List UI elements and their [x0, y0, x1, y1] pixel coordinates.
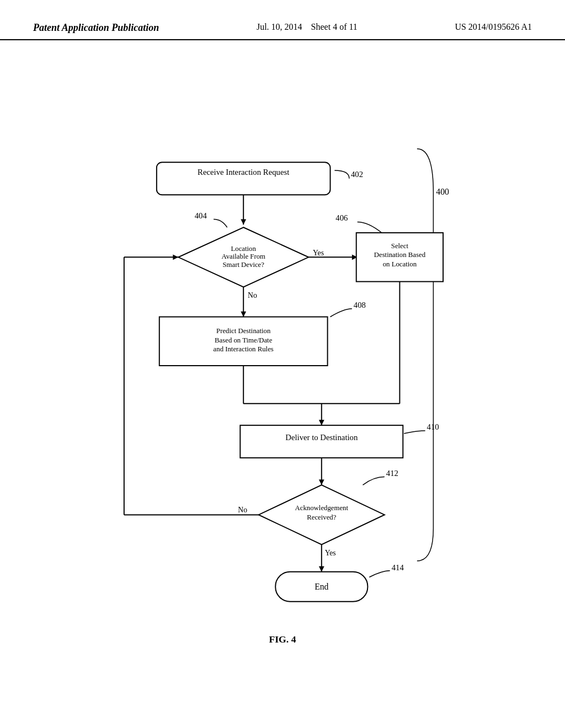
figure-label: FIG. 4: [269, 634, 296, 645]
no-label-2: No: [238, 506, 247, 514]
page-header: Patent Application Publication Jul. 10, …: [0, 0, 565, 40]
svg-marker-2: [241, 220, 246, 225]
node-404-line2: Available From: [221, 253, 265, 260]
diagram-ref-400: 400: [436, 187, 449, 196]
ref-408: 408: [354, 301, 366, 309]
ref-414: 414: [392, 563, 404, 572]
svg-marker-22: [173, 254, 178, 260]
svg-marker-8: [241, 312, 246, 317]
publication-title: Patent Application Publication: [33, 22, 159, 34]
ref-412: 412: [386, 469, 398, 478]
node-404-line1: Location: [231, 245, 257, 253]
ref-402: 402: [351, 170, 363, 179]
node-408-line3: and Interaction Rules: [214, 345, 274, 353]
node-412-line1: Acknowledgement: [295, 504, 349, 512]
sheet-number: Sheet 4 of 11: [311, 22, 358, 31]
flowchart-svg: 400 Receive Interaction Request 402 Loca…: [0, 40, 565, 691]
publication-date: Jul. 10, 2014: [257, 22, 302, 31]
flowchart-container: 400 Receive Interaction Request 402 Loca…: [0, 40, 565, 691]
ref-404: 404: [195, 211, 207, 220]
node-408-line1: Predict Destination: [216, 327, 271, 335]
no-label-1: No: [248, 291, 257, 299]
ref-406: 406: [335, 213, 348, 222]
node-414-label: End: [315, 582, 328, 591]
node-406-line3: on Location: [383, 260, 417, 268]
ref-410: 410: [427, 422, 439, 431]
node-404-line3: Smart Device?: [222, 261, 264, 269]
node-412-line2: Received?: [307, 513, 336, 521]
node-402-label: Receive Interaction Request: [198, 168, 290, 176]
node-406-line1: Select: [391, 242, 409, 250]
svg-marker-24: [319, 566, 324, 572]
node-408-line2: Based on Time/Date: [215, 336, 273, 344]
yes-label-2: Yes: [325, 549, 336, 557]
patent-number: US 2014/0195626 A1: [455, 22, 532, 32]
svg-marker-14: [319, 420, 324, 425]
svg-marker-17: [319, 480, 324, 485]
node-406-line2: Destination Based: [374, 251, 426, 259]
node-410-label: Deliver to Destination: [285, 433, 358, 442]
yes-label-1: Yes: [313, 249, 324, 257]
date-sheet: Jul. 10, 2014 Sheet 4 of 11: [257, 22, 358, 32]
